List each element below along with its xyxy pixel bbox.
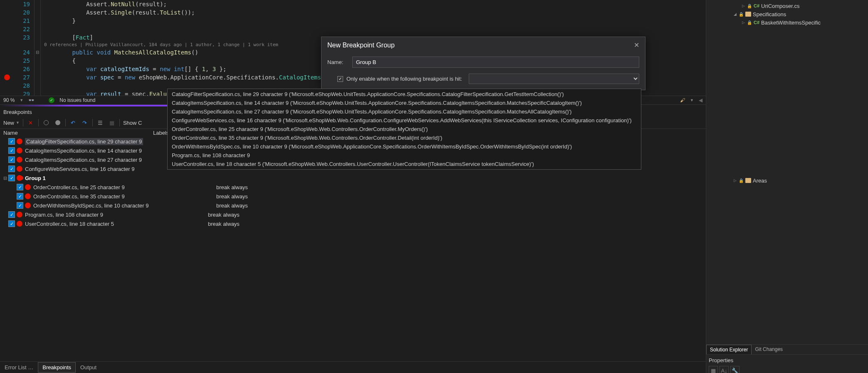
brush-icon[interactable]: 🖌 <box>680 97 685 103</box>
filter-icon[interactable]: ☰ <box>96 119 104 127</box>
checkbox[interactable]: ✓ <box>8 211 15 218</box>
dropdown-option[interactable]: CatalogItemsSpecification.cs, line 27 ch… <box>168 107 641 116</box>
tree-label: Specifications <box>753 11 786 17</box>
breakpoint-row[interactable]: ✓Program.cs, line 108 character 9break a… <box>0 210 706 219</box>
expand-icon[interactable]: ◢ <box>733 12 737 16</box>
breakpoint-label: CatalogFilterSpecification.cs, line 29 c… <box>25 138 183 145</box>
group-name-input[interactable] <box>352 57 639 68</box>
chevron-down-icon[interactable]: ▼ <box>690 98 694 102</box>
dropdown-option[interactable]: Program.cs, line 108 character 9 <box>168 151 641 160</box>
enable-label: Only enable when the following breakpoin… <box>346 76 462 82</box>
dropdown-option[interactable]: OrderController.cs, line 35 character 9 … <box>168 133 641 142</box>
zoom-level[interactable]: 90 % <box>3 97 15 103</box>
tab-solution-explorer[interactable]: Solution Explorer <box>706 345 752 354</box>
tree-label: UriComposer.cs <box>761 3 799 9</box>
breakpoint-label: CatalogItemsSpecification.cs, line 14 ch… <box>25 148 183 154</box>
checkbox[interactable]: ✓ <box>8 175 15 181</box>
checkbox[interactable]: ✓ <box>8 166 15 172</box>
expand-icon[interactable]: ▷ <box>741 4 745 8</box>
fold-column[interactable]: ⊟ <box>34 0 41 102</box>
breakpoint-dropdown-list[interactable]: CatalogFilterSpecification.cs, line 29 c… <box>167 89 641 170</box>
bottom-tab-bar: Error List …BreakpointsOutput <box>0 361 706 373</box>
lock-icon: 🔒 <box>739 178 744 183</box>
redo-icon[interactable]: ↷ <box>81 119 89 127</box>
breakpoint-icon <box>25 184 31 190</box>
checkbox[interactable]: ✓ <box>8 220 15 227</box>
breakpoint-icon <box>17 221 22 227</box>
dropdown-option[interactable]: ConfigureWebServices.cs, line 16 charact… <box>168 116 641 125</box>
dropdown-option[interactable]: CatalogFilterSpecification.cs, line 29 c… <box>168 90 641 99</box>
csharp-icon: C# <box>754 20 759 25</box>
condition-label: break always <box>208 212 240 218</box>
folder-icon <box>745 12 751 17</box>
checkbox[interactable]: ✓ <box>8 147 15 154</box>
issues-text: No issues found <box>59 97 95 103</box>
show-columns-label[interactable]: Show C <box>123 120 142 126</box>
breakpoint-icon <box>17 175 22 181</box>
breakpoint-row[interactable]: ✓UserController.cs, line 18 character 5b… <box>0 219 706 228</box>
enable-all-icon[interactable] <box>54 119 62 127</box>
breakpoint-dropdown[interactable] <box>469 74 639 84</box>
folder-icon <box>745 178 751 183</box>
sort-icon[interactable]: A↓ <box>720 366 729 373</box>
close-icon[interactable]: ✕ <box>634 41 639 49</box>
breakpoint-group-row[interactable]: ⊟✓Group 1 <box>0 173 706 183</box>
checkbox[interactable]: ✓ <box>17 193 23 200</box>
breakpoint-icon <box>25 203 31 208</box>
code-line[interactable] <box>44 25 706 33</box>
breakpoint-row[interactable]: ✓OrderController.cs, line 35 character 9… <box>0 192 706 201</box>
undo-icon[interactable]: ↶ <box>69 119 77 127</box>
dropdown-option[interactable]: OrderWithItemsByIdSpec.cs, line 10 chara… <box>168 142 641 151</box>
categorize-icon[interactable]: ▦ <box>709 366 718 373</box>
delete-icon[interactable]: ✕ <box>27 119 35 127</box>
glasses-icon[interactable]: 👓 <box>28 97 35 103</box>
condition-label: break always <box>208 221 240 227</box>
tree-item[interactable]: ▷🔒C#UriComposer.cs <box>708 2 866 10</box>
properties-panel: Properties ▦ A↓ 🔧 <box>706 354 868 373</box>
solution-tree[interactable]: ▷🔒C#UriComposer.cs◢🔒Specifications▷🔒C#Ba… <box>706 0 868 186</box>
expand-icon[interactable]: ▷ <box>733 178 737 183</box>
breakpoint-label: ConfigureWebServices.cs, line 16 charact… <box>25 166 183 172</box>
breakpoint-row[interactable]: ✓OrderWithItemsByIdSpec.cs, line 10 char… <box>0 201 706 210</box>
expand-icon[interactable]: ▷ <box>741 20 745 25</box>
solution-explorer-panel: ▷🔒C#UriComposer.cs◢🔒Specifications▷🔒C#Ba… <box>706 0 868 373</box>
columns-icon[interactable]: ▦ <box>108 119 116 127</box>
tab-output[interactable]: Output <box>76 362 101 373</box>
condition-label: break always <box>216 203 248 209</box>
breakpoint-label: CatalogItemsSpecification.cs, line 27 ch… <box>25 157 183 163</box>
new-breakpoint-button[interactable]: New▼ <box>3 120 20 126</box>
enable-checkbox[interactable]: ✓ <box>337 76 343 82</box>
code-line[interactable]: } <box>44 17 706 25</box>
code-line[interactable]: Assert.Single(result.ToList()); <box>44 8 706 17</box>
lock-icon: 🔒 <box>747 20 752 25</box>
checkbox[interactable]: ✓ <box>17 184 23 190</box>
new-breakpoint-group-dialog: New Breakpoint Group ✕ Name: ✓ Only enab… <box>321 37 645 90</box>
tab-error-list-[interactable]: Error List … <box>0 362 38 373</box>
wrench-icon[interactable]: 🔧 <box>730 366 739 373</box>
tree-item[interactable]: ▷🔒Areas <box>708 176 866 185</box>
breakpoint-icon <box>17 157 22 163</box>
lock-icon: 🔒 <box>739 12 744 17</box>
checkbox[interactable]: ✓ <box>8 138 15 145</box>
disable-all-icon[interactable] <box>42 119 50 127</box>
breakpoint-icon <box>17 148 22 153</box>
tree-item[interactable]: ◢🔒Specifications <box>708 10 866 18</box>
breakpoint-icon <box>17 212 22 217</box>
checkbox[interactable]: ✓ <box>17 202 23 209</box>
chevron-down-icon[interactable]: ▼ <box>20 98 23 102</box>
breakpoint-margin[interactable] <box>0 0 14 102</box>
tab-git-changes[interactable]: Git Changes <box>752 345 786 354</box>
breakpoint-row[interactable]: ✓OrderController.cs, line 25 character 9… <box>0 183 706 192</box>
tree-item[interactable]: ▷🔒C#BasketWithItemsSpecific <box>708 18 866 27</box>
code-line[interactable]: Assert.NotNull(result); <box>44 0 706 8</box>
breakpoint-icon <box>17 166 22 172</box>
checkbox[interactable]: ✓ <box>8 156 15 163</box>
breakpoint-label: OrderController.cs, line 35 character 9 <box>33 193 191 200</box>
breakpoint-icon[interactable] <box>4 74 10 80</box>
dropdown-option[interactable]: CatalogItemsSpecification.cs, line 14 ch… <box>168 99 641 107</box>
dropdown-option[interactable]: OrderController.cs, line 25 character 9 … <box>168 125 641 133</box>
tab-breakpoints[interactable]: Breakpoints <box>38 362 76 373</box>
col-name[interactable]: Name <box>3 130 153 136</box>
scroll-left-icon[interactable]: ◀ <box>699 97 702 103</box>
dropdown-option[interactable]: UserController.cs, line 18 character 5 (… <box>168 160 641 168</box>
